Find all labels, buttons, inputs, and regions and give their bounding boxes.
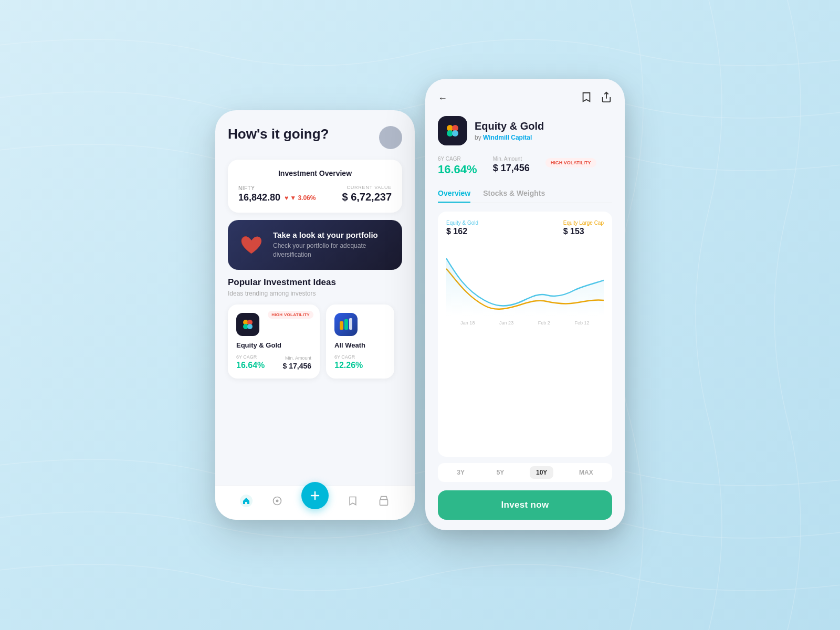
legend-label-2: Equity Large Cap bbox=[563, 220, 604, 226]
svg-point-3 bbox=[247, 324, 253, 329]
cagr-label: 6Y CAGR bbox=[438, 156, 477, 162]
nifty-label: NIFTY bbox=[238, 185, 316, 191]
period-3y[interactable]: 3Y bbox=[450, 466, 471, 479]
svg-rect-6 bbox=[349, 318, 352, 330]
portfolio-banner-subtitle: Check your portfolio for adequate divers… bbox=[273, 242, 392, 259]
nav-add-button[interactable] bbox=[301, 482, 329, 509]
popular-ideas-title: Popular Investment Ideas bbox=[228, 277, 402, 288]
svg-rect-4 bbox=[340, 321, 343, 330]
bookmark-icon bbox=[346, 495, 359, 507]
nav-bag[interactable] bbox=[377, 495, 390, 507]
equity-gold-name: Equity & Gold bbox=[236, 341, 311, 349]
current-value-label: CURRENT VALUE bbox=[342, 185, 392, 190]
portfolio-banner[interactable]: Take a look at your portfolio Check your… bbox=[228, 220, 402, 270]
portfolio-banner-title: Take a look at your portfolio bbox=[273, 230, 392, 239]
svg-point-14 bbox=[452, 130, 458, 136]
popular-ideas-subtitle: Ideas trending among investors bbox=[228, 290, 402, 297]
nav-home[interactable] bbox=[240, 495, 253, 507]
bottom-nav bbox=[215, 486, 415, 520]
date-4: Feb 12 bbox=[575, 320, 590, 326]
nifty-value: 16,842.80 bbox=[238, 192, 280, 203]
back-button[interactable]: ← bbox=[438, 93, 447, 104]
legend-equity-gold: Equity & Gold $ 162 bbox=[446, 220, 478, 236]
greeting-title: How's it going? bbox=[228, 126, 329, 142]
period-max[interactable]: MAX bbox=[573, 466, 600, 479]
period-5y[interactable]: 5Y bbox=[490, 466, 511, 479]
date-3: Feb 2 bbox=[538, 320, 550, 326]
period-10y[interactable]: 10Y bbox=[530, 466, 553, 479]
fund-header: Equity & Gold by Windmill Capital bbox=[438, 116, 612, 145]
date-1: Jan 18 bbox=[460, 320, 475, 326]
right-phone-header: ← bbox=[438, 91, 612, 106]
phones-container: How's it going? Investment Overview NIFT… bbox=[215, 79, 625, 551]
legend-label-1: Equity & Gold bbox=[446, 220, 478, 226]
share-header-icon[interactable] bbox=[601, 91, 612, 106]
bag-icon bbox=[377, 495, 390, 507]
all-weather-name: All Weather bbox=[334, 341, 386, 349]
min-amount-label-1: Min. Amount bbox=[283, 355, 312, 361]
nav-compass[interactable] bbox=[271, 495, 284, 507]
all-weather-icon bbox=[334, 313, 358, 336]
legend-equity-large-cap: Equity Large Cap $ 153 bbox=[563, 220, 604, 236]
equity-gold-card[interactable]: HIGH VOLATILITY Equity & Gold 6Y CAGR bbox=[228, 304, 320, 379]
date-2: Jan 23 bbox=[499, 320, 513, 326]
nav-bookmark[interactable] bbox=[346, 495, 359, 507]
all-weather-card[interactable]: All Weather 6Y CAGR 12.26% bbox=[326, 304, 394, 379]
min-amount-value: $ 17,456 bbox=[493, 163, 530, 174]
overview-title: Investment Overview bbox=[238, 169, 392, 177]
fund-manager: by Windmill Capital bbox=[475, 134, 544, 141]
left-phone: How's it going? Investment Overview NIFT… bbox=[215, 110, 415, 520]
avatar[interactable] bbox=[379, 126, 402, 149]
invest-now-button[interactable]: Invest now bbox=[438, 490, 612, 520]
equity-gold-icon bbox=[236, 313, 259, 336]
legend-value-1: $ 162 bbox=[446, 227, 478, 236]
svg-rect-9 bbox=[380, 500, 387, 506]
current-value-amount: $ 6,72,237 bbox=[342, 191, 392, 203]
left-phone-header: How's it going? bbox=[228, 126, 402, 149]
cagr-value: 16.64% bbox=[438, 163, 477, 176]
home-icon bbox=[240, 495, 253, 507]
bookmark-header-icon[interactable] bbox=[581, 91, 592, 106]
svg-rect-5 bbox=[344, 319, 348, 330]
right-phone: ← bbox=[425, 79, 625, 530]
svg-point-8 bbox=[276, 500, 278, 501]
fund-info: Equity & Gold by Windmill Capital bbox=[475, 120, 544, 141]
min-amount-value-1: $ 17,456 bbox=[283, 362, 312, 370]
volatility-badge-right: HIGH VOLATILITY bbox=[545, 158, 596, 167]
chart-dates: Jan 18 Jan 23 Feb 2 Feb 12 bbox=[446, 320, 604, 326]
tab-overview[interactable]: Overview bbox=[438, 185, 470, 203]
cagr-label-1: 6Y CAGR bbox=[236, 354, 265, 360]
min-amount-stat: Min. Amount $ 17,456 bbox=[493, 156, 530, 174]
compass-icon bbox=[271, 495, 284, 507]
nifty-change: ♥ ▼ 3.06% bbox=[285, 194, 316, 202]
cagr-value-1: 16.64% bbox=[236, 361, 265, 370]
fund-logo bbox=[438, 116, 467, 145]
cagr-stat: 6Y CAGR 16.64% bbox=[438, 156, 477, 176]
cagr-label-2: 6Y CAGR bbox=[334, 354, 386, 360]
min-amount-label: Min. Amount bbox=[493, 156, 530, 162]
cagr-value-2: 12.26% bbox=[334, 361, 386, 370]
fund-name: Equity & Gold bbox=[475, 120, 544, 132]
chart-svg bbox=[446, 243, 604, 316]
heart-icon bbox=[238, 232, 265, 258]
fund-stats: 6Y CAGR 16.64% Min. Amount $ 17,456 HIGH… bbox=[438, 156, 612, 176]
period-row: 3Y 5Y 10Y MAX bbox=[438, 463, 612, 482]
tab-stocks-weights[interactable]: Stocks & Weights bbox=[483, 185, 545, 203]
legend-value-2: $ 153 bbox=[563, 227, 604, 236]
investment-overview-card[interactable]: Investment Overview NIFTY 16,842.80 ♥ ▼ … bbox=[228, 160, 402, 213]
tabs-row: Overview Stocks & Weights bbox=[438, 185, 612, 203]
volatility-badge: HIGH VOLATILITY bbox=[268, 311, 313, 319]
header-actions bbox=[581, 91, 612, 106]
investment-cards-row: HIGH VOLATILITY Equity & Gold 6Y CAGR bbox=[228, 304, 402, 379]
chart-legend: Equity & Gold $ 162 Equity Large Cap $ 1… bbox=[446, 220, 604, 236]
chart-area: Equity & Gold $ 162 Equity Large Cap $ 1… bbox=[438, 212, 612, 457]
